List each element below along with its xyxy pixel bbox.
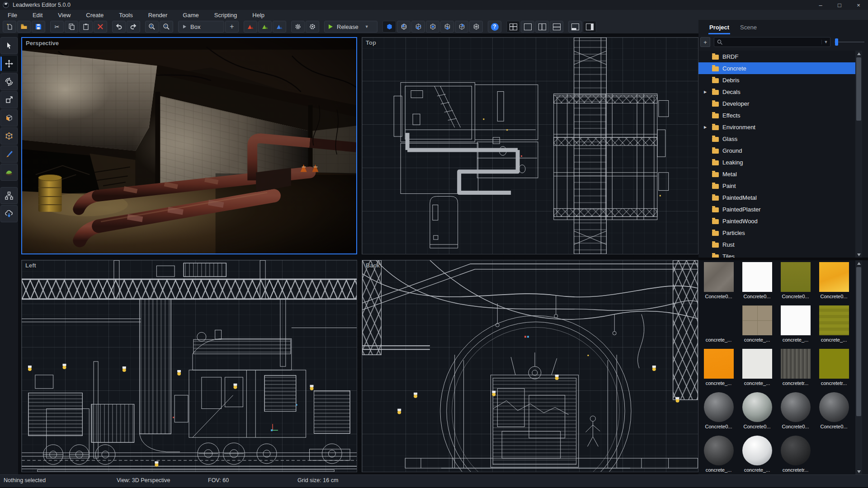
- viewmode-wire1-button[interactable]: [397, 21, 410, 33]
- copy-button[interactable]: [65, 21, 78, 33]
- paste-button[interactable]: [79, 21, 93, 33]
- folder-tree-scrollbar[interactable]: [855, 51, 862, 258]
- texture-item[interactable]: Concrete0...: [699, 260, 738, 304]
- search-box[interactable]: ▼: [714, 37, 830, 47]
- texture-item[interactable]: Concrete0...: [815, 390, 853, 434]
- expand-arrow-icon[interactable]: ▶: [704, 90, 710, 94]
- texture-item[interactable]: concrete_...: [776, 304, 815, 347]
- undo-button[interactable]: [112, 21, 126, 33]
- terrain-blue-button[interactable]: [273, 21, 286, 33]
- viewmode-wire6-button[interactable]: [469, 21, 483, 33]
- toggle-bottom-panel-button[interactable]: [568, 21, 582, 33]
- scale-tool-button[interactable]: [0, 91, 18, 108]
- vertex-select-tool-button[interactable]: [0, 127, 18, 145]
- menu-create[interactable]: Create: [78, 12, 111, 19]
- zoom-out-button[interactable]: [160, 21, 173, 33]
- new-file-button[interactable]: [3, 21, 16, 33]
- close-button[interactable]: ×: [849, 0, 868, 10]
- run-mode-dropdown[interactable]: Release ▼: [324, 21, 377, 33]
- folder-row-paintedplaster[interactable]: PaintedPlaster: [698, 203, 855, 215]
- texture-item[interactable]: concretetr...: [815, 347, 853, 390]
- folder-row-glass[interactable]: Glass: [698, 133, 855, 145]
- folder-row-environment[interactable]: ▶Environment: [698, 121, 855, 133]
- viewmode-wire3-button[interactable]: [426, 21, 439, 33]
- terrain-tool-button[interactable]: [0, 164, 18, 181]
- select-tool-button[interactable]: [0, 37, 18, 54]
- texture-item[interactable]: concretetr...: [776, 347, 815, 390]
- texture-item[interactable]: concrete_...: [699, 304, 738, 347]
- folder-row-developer[interactable]: Developer: [698, 98, 855, 109]
- scrollbar-thumb[interactable]: [856, 57, 861, 121]
- rotate-tool-button[interactable]: [0, 73, 18, 90]
- folder-row-effects[interactable]: Effects: [698, 109, 855, 121]
- folder-row-paintedwood[interactable]: PaintedWood: [698, 215, 855, 227]
- folder-row-rust[interactable]: Rust: [698, 239, 855, 250]
- texture-item[interactable]: concrete_...: [738, 304, 776, 347]
- scroll-up-icon[interactable]: [855, 51, 862, 56]
- search-input[interactable]: [723, 39, 821, 45]
- texture-item[interactable]: concrete_...: [738, 434, 776, 477]
- folder-row-paintedmetal[interactable]: PaintedMetal: [698, 192, 855, 203]
- zoom-in-button[interactable]: [145, 21, 159, 33]
- folder-row-metal[interactable]: Metal: [698, 168, 855, 180]
- texture-item[interactable]: concrete_...: [699, 347, 738, 390]
- search-dropdown-icon[interactable]: ▼: [821, 40, 830, 44]
- viewport-top[interactable]: Top: [362, 37, 698, 254]
- expand-arrow-icon[interactable]: ▶: [704, 125, 710, 129]
- folder-row-tiles[interactable]: Tiles: [698, 250, 855, 258]
- layout-hsplit-button[interactable]: [550, 21, 563, 33]
- scroll-up-icon[interactable]: [855, 260, 862, 266]
- layout-single-button[interactable]: [521, 21, 534, 33]
- viewport-back[interactable]: Back: [362, 260, 698, 472]
- primitive-dropdown[interactable]: Box: [178, 21, 224, 33]
- paint-tool-button[interactable]: [0, 145, 18, 163]
- menu-game[interactable]: Game: [175, 12, 206, 19]
- texture-item[interactable]: concrete_...: [699, 434, 738, 477]
- terrain-green-button[interactable]: [258, 21, 272, 33]
- texture-item[interactable]: concrete_...: [815, 304, 853, 347]
- menu-edit[interactable]: Edit: [25, 12, 50, 19]
- menu-help[interactable]: Help: [245, 12, 272, 19]
- scroll-down-icon[interactable]: [855, 469, 862, 474]
- add-folder-button[interactable]: +: [700, 37, 710, 47]
- tab-project[interactable]: Project: [709, 24, 729, 32]
- texture-item[interactable]: Concrete0...: [815, 260, 853, 304]
- slider-handle[interactable]: [835, 38, 838, 46]
- folder-row-concrete[interactable]: Concrete: [698, 62, 855, 74]
- menu-tools[interactable]: Tools: [111, 12, 140, 19]
- viewmode-solid-button[interactable]: [382, 21, 396, 33]
- terrain-red-button[interactable]: [244, 21, 257, 33]
- maximize-button[interactable]: □: [830, 0, 849, 10]
- toggle-side-panel-button[interactable]: [583, 21, 596, 33]
- delete-button[interactable]: [94, 21, 107, 33]
- layout-vsplit-button[interactable]: [535, 21, 549, 33]
- viewmode-wire4-button[interactable]: [440, 21, 454, 33]
- viewport-perspective[interactable]: Perspective: [21, 37, 357, 254]
- cut-button[interactable]: ✂: [50, 21, 64, 33]
- folder-row-leaking[interactable]: Leaking: [698, 156, 855, 168]
- folder-row-particles[interactable]: Particles: [698, 227, 855, 239]
- help-button[interactable]: ?: [488, 21, 501, 33]
- tab-scene[interactable]: Scene: [740, 24, 757, 32]
- folder-row-brdf[interactable]: BRDF: [698, 51, 855, 62]
- menu-file[interactable]: File: [0, 12, 25, 19]
- texture-item[interactable]: Concrete0...: [699, 390, 738, 434]
- redo-button[interactable]: [127, 21, 140, 33]
- texture-item[interactable]: concrete_...: [738, 347, 776, 390]
- texture-item[interactable]: Concrete0...: [776, 390, 815, 434]
- menu-scripting[interactable]: Scripting: [207, 12, 245, 19]
- menu-render[interactable]: Render: [141, 12, 175, 19]
- texture-item[interactable]: Concrete0...: [738, 390, 776, 434]
- cloud-download-button[interactable]: [0, 205, 18, 222]
- face-select-tool-button[interactable]: [0, 109, 18, 127]
- minimize-button[interactable]: –: [811, 0, 830, 10]
- folder-row-decals[interactable]: ▶Decals: [698, 86, 855, 98]
- folder-row-ground[interactable]: Ground: [698, 145, 855, 156]
- layout-quad-button[interactable]: [506, 21, 520, 33]
- texture-browser-scrollbar[interactable]: [855, 260, 862, 474]
- menu-view[interactable]: View: [50, 12, 78, 19]
- save-button[interactable]: [32, 21, 45, 33]
- world-settings-button[interactable]: [291, 21, 305, 33]
- open-button[interactable]: [17, 21, 31, 33]
- folder-row-paint[interactable]: Paint: [698, 180, 855, 192]
